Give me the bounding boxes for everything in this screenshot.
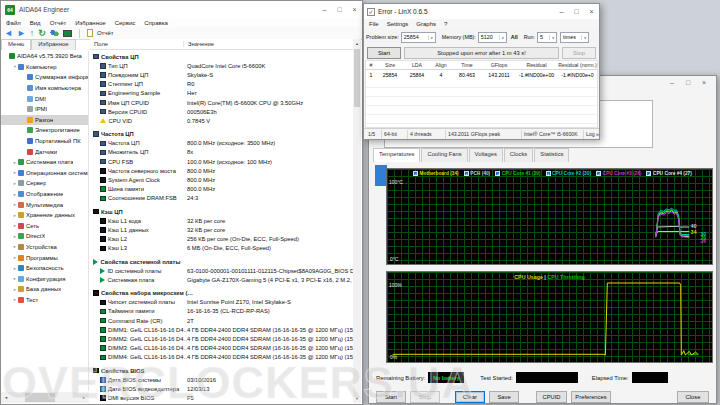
table-row[interactable]: Псевдоним ЦПSkylake-S xyxy=(90,70,353,79)
scroll-up-icon[interactable]: ▲ xyxy=(353,39,361,48)
column-header[interactable]: Residual (norm.) xyxy=(557,62,598,68)
table-row[interactable]: Тип ЦПQuadCore Intel Core i5-6600K xyxy=(90,61,353,70)
table-row[interactable]: Системная платаGigabyte GA-Z170X-Gaming … xyxy=(90,275,353,284)
table-row[interactable]: Частота северного моста800.0 MHz xyxy=(90,166,353,175)
scroll-down-icon[interactable]: ▼ xyxy=(353,394,361,403)
table-row[interactable]: System Agent Clock800.0 MHz xyxy=(90,175,353,184)
tree-item[interactable]: ▸Безопасность xyxy=(1,263,88,274)
tree-item[interactable]: Суммарная информация xyxy=(1,72,88,83)
menu-item[interactable]: Settings xyxy=(387,21,409,27)
maximize-icon[interactable]: □ xyxy=(569,8,584,15)
tab-favorites[interactable]: Избранное xyxy=(31,39,75,50)
table-row[interactable]: Дата BIOS системы03/10/2016 xyxy=(90,375,353,384)
menu-item[interactable]: Справка xyxy=(144,20,168,26)
tree-item[interactable]: ▸Тест xyxy=(1,295,88,306)
table-row[interactable]: Имя ЦП CPUIDIntel(R) Core(TM) i5-6600K C… xyxy=(90,98,353,107)
aida64-titlebar[interactable]: 64 AIDA64 Engineer – □ × xyxy=(1,1,362,18)
tree-item[interactable]: Портативный ПК xyxy=(1,136,88,147)
tree-item[interactable]: ▾Компьютер xyxy=(1,62,88,73)
tree-item[interactable]: ▸Отображение xyxy=(1,189,88,200)
tree-item[interactable]: ▸Хранение данных xyxy=(1,210,88,221)
tree-item[interactable]: DMI xyxy=(1,93,88,104)
column-header[interactable]: Size xyxy=(376,62,404,68)
table-row[interactable]: Частота ЦП800.0 MHz (исходное: 3500 MHz) xyxy=(90,139,353,148)
table-row[interactable]: ID системной платы63-0100-000001-0010111… xyxy=(90,266,353,275)
table-row[interactable]: Command Rate (CR)2T xyxy=(90,316,353,325)
linx-titlebar[interactable]: ✓ Error - LinX 0.6.5 – □ × xyxy=(364,4,599,19)
scroll-right-icon[interactable]: ► xyxy=(79,395,89,400)
table-row[interactable]: DIMM3: GeIL CL16-16-16 D4…4 ГБ DDR4-2400… xyxy=(90,344,353,353)
menu-item[interactable]: Graphs xyxy=(416,21,436,27)
tree-item[interactable]: AIDA64 v5.75.3920 Beta xyxy=(1,51,88,62)
tree-item[interactable]: ▸Мультимедиа xyxy=(1,199,88,210)
save-button[interactable]: Save xyxy=(489,391,519,403)
column-header[interactable]: LDA xyxy=(404,62,430,68)
tree-item[interactable]: ▸База данных xyxy=(1,284,88,295)
statusbar-segment[interactable]: Log » xyxy=(584,130,602,139)
tab-statistics[interactable]: Statistics xyxy=(534,148,569,162)
close-icon[interactable]: × xyxy=(584,8,599,15)
memory-select[interactable]: 5120 ∨ xyxy=(478,32,507,43)
menu-item[interactable]: Файл xyxy=(6,20,21,26)
menu-item[interactable]: ? xyxy=(444,21,447,27)
table-row[interactable]: Множитель ЦП8x xyxy=(90,148,353,157)
table-row[interactable]: CPU FSB100.0 MHz (исходное: 100 MHz) xyxy=(90,157,353,166)
tree-item[interactable]: ▸Сервер xyxy=(1,178,88,189)
all-label[interactable]: All xyxy=(511,34,518,40)
start-button[interactable]: Start xyxy=(367,47,401,59)
maximize-icon[interactable]: □ xyxy=(332,6,347,13)
menu-item[interactable]: Избранное xyxy=(75,20,105,26)
report-icon[interactable] xyxy=(87,29,93,37)
tree-item[interactable]: Электропитание xyxy=(1,125,88,136)
tab-cooling-fans[interactable]: Cooling Fans xyxy=(421,148,467,162)
scrollbar-thumb[interactable] xyxy=(354,49,360,107)
vertical-scrollbar[interactable]: ▲ ▼ xyxy=(353,39,361,403)
table-row[interactable]: Версия CPUID000506E3h xyxy=(90,107,353,116)
table-row[interactable]: Кэш L2256 КБ per core (On-Die, ECC, Full… xyxy=(90,235,353,244)
column-header[interactable]: Align xyxy=(430,62,452,68)
table-row[interactable]: DIMM2: GeIL CL16-16-16 D4…4 ГБ DDR4-2400… xyxy=(90,334,353,343)
table-row[interactable]: Кэш L1 данных32 КБ per core xyxy=(90,225,353,234)
close-icon[interactable]: × xyxy=(347,6,362,13)
tree-item[interactable]: ▸Операционная система xyxy=(1,168,88,179)
column-value[interactable]: Значение xyxy=(183,41,353,47)
scrollbar-thumb[interactable] xyxy=(25,393,55,402)
minimize-icon[interactable]: – xyxy=(554,8,569,15)
column-header[interactable]: Time xyxy=(452,62,482,68)
table-row[interactable]: Тайминги памяти16-16-16-35 (CL-RCD-RP-RA… xyxy=(90,307,353,316)
forward-icon[interactable]: ► xyxy=(17,29,26,38)
tree-item[interactable]: IPMI xyxy=(1,104,88,115)
users-icon[interactable] xyxy=(50,29,59,38)
column-header[interactable]: # xyxy=(366,62,376,68)
horizontal-scrollbar[interactable]: ◄ ► xyxy=(1,392,89,403)
table-row[interactable]: Шина памяти800.0 MHz xyxy=(90,185,353,194)
problem-size-select[interactable]: 25854 ∨ xyxy=(401,32,436,43)
clear-button[interactable]: Clear xyxy=(455,391,485,403)
menu-item[interactable]: File xyxy=(369,21,379,27)
close-icon[interactable]: × xyxy=(696,79,712,86)
tree-item[interactable]: ▸DirectX xyxy=(1,231,88,242)
chevron-down-icon[interactable]: ∨ xyxy=(499,35,506,40)
table-row[interactable]: DIMM4: GeIL CL16-16-16 D4…4 ГБ DDR4-2400… xyxy=(90,353,353,362)
minimize-icon[interactable]: – xyxy=(664,79,680,86)
table-row[interactable]: Чипсет системной платыIntel Sunrise Poin… xyxy=(90,298,353,307)
report-button[interactable]: Отчёт xyxy=(97,30,114,36)
run-select[interactable]: 5 ∨ xyxy=(537,32,557,43)
table-row[interactable]: Дата BIOS видеоадаптера12/03/13 xyxy=(90,384,353,393)
back-icon[interactable]: ◄ xyxy=(4,29,13,38)
table-row[interactable]: Степпинг ЦПR0 xyxy=(90,80,353,89)
tree-item[interactable]: ▸Сеть xyxy=(1,221,88,232)
table-row[interactable]: Кэш L1 кода32 КБ per core xyxy=(90,216,353,225)
tab-temperatures[interactable]: Temperatures xyxy=(373,148,420,162)
tree-item[interactable]: Имя компьютера xyxy=(1,83,88,94)
times-select[interactable]: times ∨ xyxy=(560,32,589,43)
minimize-icon[interactable]: – xyxy=(317,6,332,13)
tree-item[interactable]: ▸Программы xyxy=(1,252,88,263)
refresh-icon[interactable]: ↻ xyxy=(38,29,46,38)
tree-item[interactable]: Разгон xyxy=(1,115,88,126)
menu-item[interactable]: Вид xyxy=(30,20,41,26)
table-row[interactable]: Соотношение DRAM:FSB24:3 xyxy=(90,194,353,203)
menu-item[interactable]: Отчёт xyxy=(50,20,67,26)
table-row[interactable]: Engineering SampleНет xyxy=(90,89,353,98)
up-icon[interactable]: ↑ xyxy=(30,29,35,38)
